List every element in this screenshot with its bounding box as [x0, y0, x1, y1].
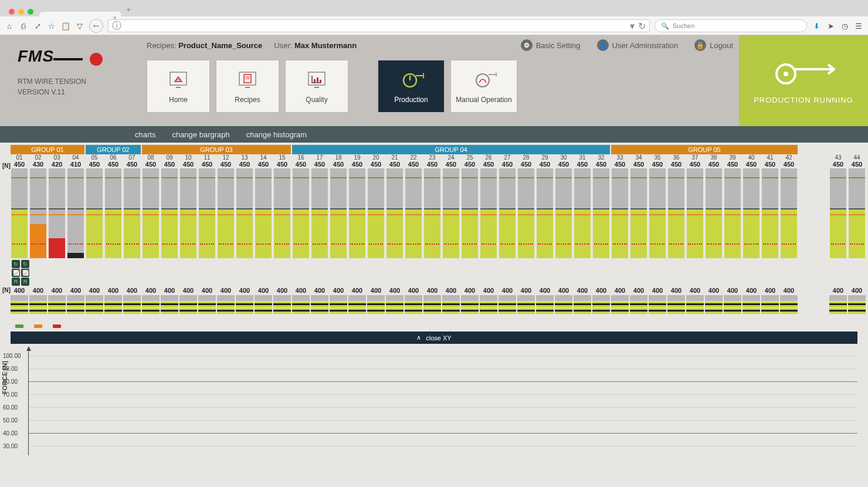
- lower-bar-column[interactable]: [705, 295, 723, 323]
- lower-bar-column[interactable]: [311, 295, 328, 323]
- bar-column[interactable]: [198, 168, 216, 259]
- lower-bar-column[interactable]: [236, 295, 253, 323]
- basic-setting-link[interactable]: ⚙ Basic Setting: [521, 39, 581, 51]
- lower-bar-column[interactable]: [848, 295, 866, 323]
- bar-column[interactable]: [29, 168, 47, 259]
- bar-column[interactable]: [829, 168, 847, 259]
- lower-bar-column[interactable]: [405, 295, 422, 323]
- bar-column[interactable]: [592, 168, 610, 259]
- bar-column[interactable]: [330, 168, 347, 259]
- bar-column[interactable]: [705, 168, 723, 259]
- lower-bar-column[interactable]: [86, 295, 103, 323]
- lower-bar-column[interactable]: [536, 295, 554, 323]
- lower-bar-column[interactable]: [592, 295, 610, 323]
- bar-column[interactable]: [536, 168, 554, 259]
- lower-bar-column[interactable]: [780, 295, 798, 323]
- bar-column[interactable]: [386, 168, 404, 259]
- mini-icon-r-1[interactable]: R: [12, 278, 20, 286]
- bar-column[interactable]: [292, 168, 310, 259]
- nav-production[interactable]: Production: [378, 60, 445, 113]
- lower-bar-column[interactable]: [11, 295, 28, 323]
- bar-column[interactable]: [67, 168, 84, 259]
- submenu-histogram[interactable]: change histogram: [246, 130, 307, 139]
- lower-bar-column[interactable]: [217, 295, 235, 323]
- lower-bar-column[interactable]: [67, 295, 84, 323]
- bar-column[interactable]: [724, 168, 741, 259]
- lower-bar-column[interactable]: [104, 295, 122, 323]
- lower-bar-column[interactable]: [255, 295, 272, 323]
- bar-column[interactable]: [405, 168, 422, 259]
- bar-column[interactable]: [630, 168, 647, 259]
- lower-bar-column[interactable]: [630, 295, 647, 323]
- dropdown-icon[interactable]: ▾: [630, 21, 635, 32]
- lower-bar-column[interactable]: [123, 295, 141, 323]
- lower-bar-column[interactable]: [423, 295, 441, 323]
- lower-bar-column[interactable]: [179, 295, 197, 323]
- lower-bar-column[interactable]: [348, 295, 366, 323]
- bar-column[interactable]: [742, 168, 760, 259]
- home-icon[interactable]: ⌂: [5, 21, 14, 31]
- lower-bar-column[interactable]: [686, 295, 704, 323]
- bar-column[interactable]: [104, 168, 122, 259]
- nav-manual[interactable]: Manual Operation: [450, 60, 517, 113]
- tab-close-icon[interactable]: ×: [113, 14, 117, 21]
- lower-bar-column[interactable]: [367, 295, 385, 323]
- bar-column[interactable]: [649, 168, 666, 259]
- logout-link[interactable]: 🔒 Logout: [694, 39, 733, 51]
- lower-bar-column[interactable]: [742, 295, 760, 323]
- clipboard-icon[interactable]: 📋: [61, 21, 70, 31]
- bar-column[interactable]: [123, 168, 141, 259]
- new-tab-button[interactable]: +: [121, 2, 135, 16]
- bar-column[interactable]: [461, 168, 479, 259]
- expand-icon[interactable]: ⤢: [33, 21, 42, 31]
- bar-column[interactable]: [236, 168, 253, 259]
- mini-icon-chart-2[interactable]: 📈: [21, 269, 29, 277]
- url-bar[interactable]: ⓘ ▾ ↻: [108, 19, 650, 32]
- bar-column[interactable]: [273, 168, 291, 259]
- bar-column[interactable]: [686, 168, 704, 259]
- bar-column[interactable]: [348, 168, 366, 259]
- bar-column[interactable]: [255, 168, 272, 259]
- lower-bar-column[interactable]: [461, 295, 479, 323]
- search-box[interactable]: 🔍 Suchen: [655, 19, 807, 32]
- bar-column[interactable]: [367, 168, 385, 259]
- back-button[interactable]: ←: [89, 19, 103, 33]
- lower-bar-column[interactable]: [330, 295, 347, 323]
- bar-column[interactable]: [311, 168, 328, 259]
- mini-icon-chart-1[interactable]: 📈: [12, 269, 20, 277]
- lower-bar-column[interactable]: [667, 295, 685, 323]
- lower-bar-column[interactable]: [649, 295, 666, 323]
- print-icon[interactable]: ⎙: [19, 21, 28, 31]
- lower-bar-column[interactable]: [724, 295, 741, 323]
- bar-column[interactable]: [480, 168, 497, 259]
- lower-bar-column[interactable]: [517, 295, 535, 323]
- maximize-window-icon[interactable]: [28, 9, 33, 15]
- pocket-icon[interactable]: ▽: [75, 21, 84, 31]
- lower-bar-column[interactable]: [829, 295, 847, 323]
- lower-bar-column[interactable]: [29, 295, 47, 323]
- lower-bar-column[interactable]: [142, 295, 160, 323]
- lower-bar-column[interactable]: [555, 295, 572, 323]
- bar-column[interactable]: [555, 168, 572, 259]
- bar-column[interactable]: [780, 168, 798, 259]
- submenu-bargraph[interactable]: change bargraph: [172, 130, 229, 139]
- bar-column[interactable]: [48, 168, 66, 259]
- close-xy-button[interactable]: ∧ close XY: [11, 332, 857, 344]
- bar-column[interactable]: [142, 168, 160, 259]
- bar-column[interactable]: [11, 168, 28, 259]
- minimize-window-icon[interactable]: [18, 9, 24, 15]
- bar-column[interactable]: [423, 168, 441, 259]
- menu-icon[interactable]: ☰: [854, 21, 863, 31]
- bar-column[interactable]: [217, 168, 235, 259]
- nav-quality[interactable]: Quality: [285, 60, 348, 113]
- lower-bar-column[interactable]: [442, 295, 460, 323]
- send-icon[interactable]: ➤: [826, 21, 835, 31]
- bar-column[interactable]: [499, 168, 516, 259]
- reload-icon[interactable]: ↻: [638, 21, 646, 32]
- info-icon[interactable]: ⓘ: [112, 20, 121, 32]
- bar-column[interactable]: [611, 168, 629, 259]
- bar-column[interactable]: [86, 168, 103, 259]
- bar-column[interactable]: [667, 168, 685, 259]
- lower-bar-column[interactable]: [499, 295, 516, 323]
- bar-column[interactable]: [442, 168, 460, 259]
